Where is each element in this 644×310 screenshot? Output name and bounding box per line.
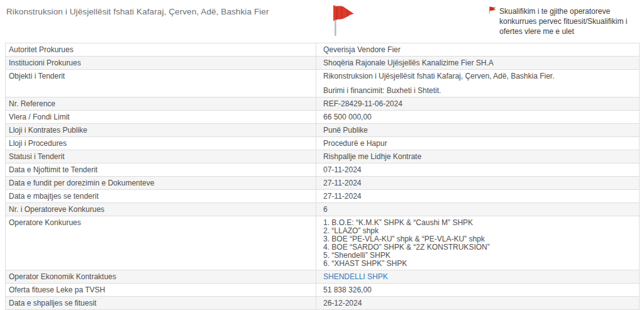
row-value: 51 838 326,00 [316, 284, 639, 296]
table-row: Statusi i Tenderit Rishpallje me Lidhje … [6, 150, 639, 163]
tender-table: Autoritet Prokurues Qeverisja Vendore Fi… [5, 43, 640, 310]
row-label: Data e Njoftimit te Tenderit [6, 163, 316, 176]
table-row: Operatore Konkurues 1. B.O.E: “K.M.K” SH… [6, 216, 639, 270]
row-label: Lloji i Procedures [6, 137, 316, 150]
row-label: Nr. i Operatoreve Konkurues [6, 203, 316, 216]
disqualification-note: Skualifikim i te gjithe operatoreve konk… [499, 6, 640, 36]
table-row: Vlera / Fondi Limit 66 500 000,00 [6, 111, 639, 124]
competitor-item: 6. “XHAST SHPK” SHPK [323, 260, 634, 268]
row-value: REF-28429-11-06-2024 [316, 97, 639, 110]
row-value: Procedurë e Hapur [316, 137, 639, 150]
row-value: SHENDELLI SHPK [316, 270, 639, 283]
contractor-link[interactable]: SHENDELLI SHPK [323, 272, 388, 281]
row-label: Operator Ekonomik Kontraktues [6, 270, 316, 283]
row-label: Objekti i Tenderit [6, 70, 316, 97]
table-row: Lloji i Procedures Procedurë e Hapur [6, 137, 639, 150]
row-label: Institucioni Prokurues [6, 57, 316, 69]
table-row: Institucioni Prokurues Shoqëria Rajonale… [6, 57, 639, 70]
row-value: 26-12-2024 [316, 297, 639, 309]
table-row: Data e fundit per dorezimin e Dokumentev… [6, 177, 639, 190]
row-value: Shoqëria Rajonale Ujësjellës Kanalizime … [316, 57, 639, 69]
row-value: 66 500 000,00 [316, 111, 639, 123]
tender-flag-icon [330, 3, 356, 37]
row-value: Rikonstruksion i Ujësjellësit fshati Kaf… [316, 70, 639, 97]
row-value: 07-11-2024 [316, 163, 639, 176]
row-label: Lloji i Kontrates Publike [6, 124, 316, 136]
row-value: 27-11-2024 [316, 177, 639, 189]
table-row: Objekti i Tenderit Rikonstruksion i Ujës… [6, 70, 639, 97]
table-row: Lloji i Kontrates Publike Punë Publike [6, 124, 639, 137]
row-label: Data e mbajtjes se tenderit [6, 190, 316, 202]
row-value: 6 [316, 203, 639, 216]
table-row: Oferta fituese Leke pa TVSH 51 838 326,0… [6, 284, 639, 297]
row-label: Data e shpalljes se fituesit [6, 297, 316, 309]
table-row: Data e Njoftimit te Tenderit 07-11-2024 [6, 163, 639, 177]
row-label: Vlera / Fondi Limit [6, 111, 316, 123]
tender-object-text: Rikonstruksion i Ujësjellësit fshati Kaf… [323, 72, 634, 80]
table-row: Autoritet Prokurues Qeverisja Vendore Fi… [6, 43, 639, 57]
row-value: Punë Publike [316, 124, 639, 136]
row-value: 27-11-2024 [316, 190, 639, 202]
row-label: Autoritet Prokurues [6, 43, 316, 56]
row-label: Nr. Reference [6, 97, 316, 110]
table-row: Nr. Reference REF-28429-11-06-2024 [6, 97, 639, 111]
row-value: Qeverisja Vendore Fier [316, 43, 639, 56]
row-label: Statusi i Tenderit [6, 150, 316, 163]
row-label: Oferta fituese Leke pa TVSH [6, 284, 316, 296]
table-row: Nr. i Operatoreve Konkurues 6 [6, 203, 639, 216]
row-label: Data e fundit per dorezimin e Dokumentev… [6, 177, 316, 189]
row-label: Operatore Konkurues [6, 216, 316, 270]
funding-source-text: Burimi i financimit: Buxheti i Shtetit. [323, 87, 634, 95]
row-value: Rishpallje me Lidhje Kontrate [316, 150, 639, 163]
row-value: 1. B.O.E: “K.M.K” SHPK & “Caushi M” SHPK… [316, 216, 639, 270]
disqualification-flag-icon [488, 6, 497, 15]
table-row: Data e mbajtjes se tenderit 27-11-2024 [6, 190, 639, 203]
page-title: Rikonstruksion i Ujësjellësit fshati Kaf… [6, 7, 269, 16]
table-row: Operator Ekonomik Kontraktues SHENDELLI … [6, 270, 639, 284]
table-row: Data e shpalljes se fituesit 26-12-2024 [6, 297, 639, 310]
